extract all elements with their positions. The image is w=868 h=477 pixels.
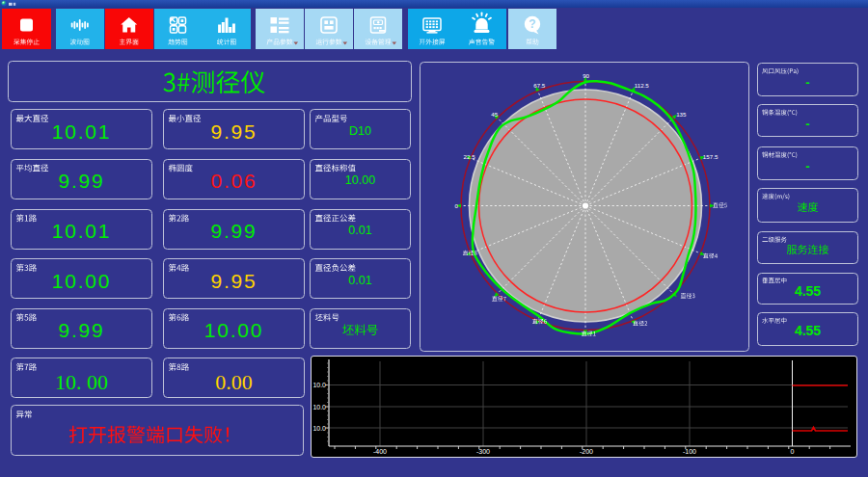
svg-text:135: 135 — [676, 110, 687, 117]
svg-text:0: 0 — [791, 447, 795, 454]
svg-text:67.5: 67.5 — [533, 81, 546, 88]
svg-text:-100: -100 — [683, 447, 696, 454]
svg-text:-200: -200 — [580, 447, 593, 454]
svg-text:-300: -300 — [476, 447, 490, 454]
svg-text:10.0: 10.0 — [312, 403, 326, 410]
svg-text:10.0: 10.0 — [312, 424, 326, 431]
svg-text:10.0: 10.0 — [312, 382, 326, 388]
svg-text:112.5: 112.5 — [635, 81, 650, 88]
svg-text:157.5: 157.5 — [703, 152, 719, 159]
svg-text:22.5: 22.5 — [464, 152, 476, 159]
svg-text:-400: -400 — [373, 447, 387, 454]
svg-text:90: 90 — [583, 72, 589, 79]
svg-text:45: 45 — [491, 110, 498, 117]
svg-text:0: 0 — [455, 201, 459, 208]
